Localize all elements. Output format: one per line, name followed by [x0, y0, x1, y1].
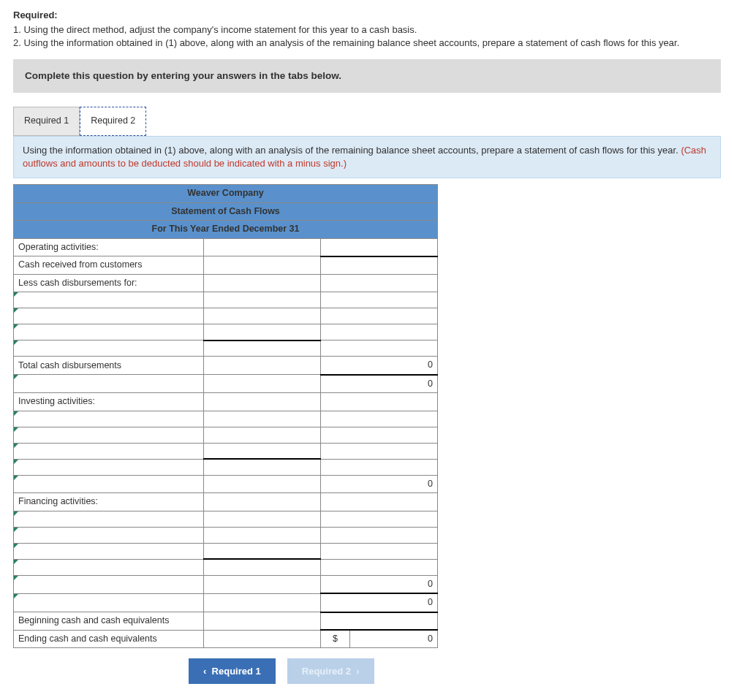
cell-input[interactable] [321, 559, 438, 575]
ending-value: 0 [350, 631, 437, 647]
dropdown-cell[interactable] [14, 593, 204, 612]
row-total-disbursements: Total cash disbursements [14, 357, 204, 375]
tab-strip: Required 1 Required 2 [13, 106, 721, 136]
dropdown-cell[interactable] [14, 324, 204, 341]
cell-value[interactable]: 0 [321, 475, 438, 493]
dropdown-cell[interactable] [14, 511, 204, 527]
cell-input[interactable] [321, 292, 438, 308]
cell-input[interactable] [204, 292, 321, 308]
dropdown-cell[interactable] [14, 475, 204, 493]
cell-input[interactable] [204, 475, 321, 493]
cell-input[interactable] [204, 493, 321, 511]
required-heading: Required: [13, 9, 721, 22]
cell-input[interactable] [321, 324, 438, 341]
cell-input[interactable] [321, 393, 438, 411]
cell-input[interactable] [204, 357, 321, 375]
dropdown-cell[interactable] [14, 411, 204, 427]
cell-value[interactable]: 0 [321, 593, 438, 612]
next-button[interactable]: Required 2 › [287, 658, 374, 684]
cash-flow-table: Weaver Company Statement of Cash Flows F… [13, 184, 438, 648]
instruction-bar: Complete this question by entering your … [13, 59, 721, 94]
cell-input[interactable] [204, 630, 321, 648]
cell-input[interactable] [204, 543, 321, 559]
cell-input[interactable] [204, 411, 321, 427]
cell-ending-total[interactable]: $ 0 [321, 630, 438, 648]
nav-buttons: ‹ Required 1 Required 2 › [189, 658, 721, 684]
table-header-period: For This Year Ended December 31 [14, 221, 438, 239]
cell-input[interactable] [204, 511, 321, 527]
cell-input[interactable] [204, 559, 321, 575]
cell-value[interactable]: 0 [321, 575, 438, 593]
cell-input[interactable] [321, 493, 438, 511]
dropdown-cell[interactable] [14, 543, 204, 559]
dropdown-cell[interactable] [14, 292, 204, 308]
tab-required-2[interactable]: Required 2 [80, 107, 146, 136]
cell-input[interactable] [204, 324, 321, 341]
cell-input[interactable] [204, 341, 321, 357]
dropdown-cell[interactable] [14, 375, 204, 393]
cell-input[interactable] [321, 274, 438, 292]
table-header-company: Weaver Company [14, 185, 438, 203]
dropdown-cell[interactable] [14, 559, 204, 575]
row-financing-activities: Financing activities: [14, 493, 204, 511]
cell-value[interactable]: 0 [321, 357, 438, 375]
dropdown-cell[interactable] [14, 575, 204, 593]
chevron-right-icon: › [356, 666, 359, 677]
cell-input[interactable] [204, 443, 321, 459]
cell-input[interactable] [321, 527, 438, 543]
dropdown-cell[interactable] [14, 527, 204, 543]
cell-input[interactable] [204, 238, 321, 256]
cell-input[interactable] [204, 393, 321, 411]
required-item-2: 2. Using the information obtained in (1)… [13, 37, 721, 50]
cell-input[interactable] [204, 256, 321, 275]
cell-input[interactable] [204, 527, 321, 543]
cell-input[interactable] [204, 459, 321, 475]
row-operating-activities: Operating activities: [14, 238, 204, 256]
table-header-title: Statement of Cash Flows [14, 202, 438, 221]
cell-input[interactable] [321, 443, 438, 459]
cell-input[interactable] [321, 543, 438, 559]
cell-input[interactable] [321, 411, 438, 427]
dropdown-cell[interactable] [14, 308, 204, 324]
chevron-left-icon: ‹ [203, 666, 206, 677]
dropdown-cell[interactable] [14, 341, 204, 357]
cell-input[interactable] [321, 511, 438, 527]
cell-input[interactable] [204, 375, 321, 393]
instructions-main: Using the information obtained in (1) ab… [23, 145, 681, 156]
cell-input[interactable] [321, 238, 438, 256]
dropdown-cell[interactable] [14, 427, 204, 443]
cell-input[interactable] [204, 274, 321, 292]
cell-input[interactable] [204, 593, 321, 612]
row-cash-received: Cash received from customers [14, 256, 204, 275]
tab-required-1[interactable]: Required 1 [13, 107, 80, 136]
currency-symbol: $ [321, 631, 350, 647]
cell-input[interactable] [204, 308, 321, 324]
cell-input[interactable] [321, 459, 438, 475]
prev-button[interactable]: ‹ Required 1 [189, 658, 276, 684]
dropdown-cell[interactable] [14, 443, 204, 459]
cell-input[interactable] [321, 256, 438, 275]
cell-input[interactable] [321, 427, 438, 443]
cell-input[interactable] [204, 575, 321, 593]
cell-value[interactable]: 0 [321, 375, 438, 393]
row-investing-activities: Investing activities: [14, 393, 204, 411]
cell-input[interactable] [204, 612, 321, 631]
dropdown-cell[interactable] [14, 459, 204, 475]
row-ending-cash: Ending cash and cash equivalents [14, 630, 204, 648]
required-item-1: 1. Using the direct method, adjust the c… [13, 23, 721, 37]
row-less-disbursements: Less cash disbursements for: [14, 274, 204, 292]
cell-input[interactable] [321, 612, 438, 631]
prev-label: Required 1 [212, 666, 261, 677]
cell-input[interactable] [204, 427, 321, 443]
cell-input[interactable] [321, 341, 438, 357]
row-beginning-cash: Beginning cash and cash equivalents [14, 612, 204, 631]
next-label: Required 2 [302, 666, 351, 677]
cell-input[interactable] [321, 308, 438, 324]
tab-instructions: Using the information obtained in (1) ab… [13, 136, 721, 178]
